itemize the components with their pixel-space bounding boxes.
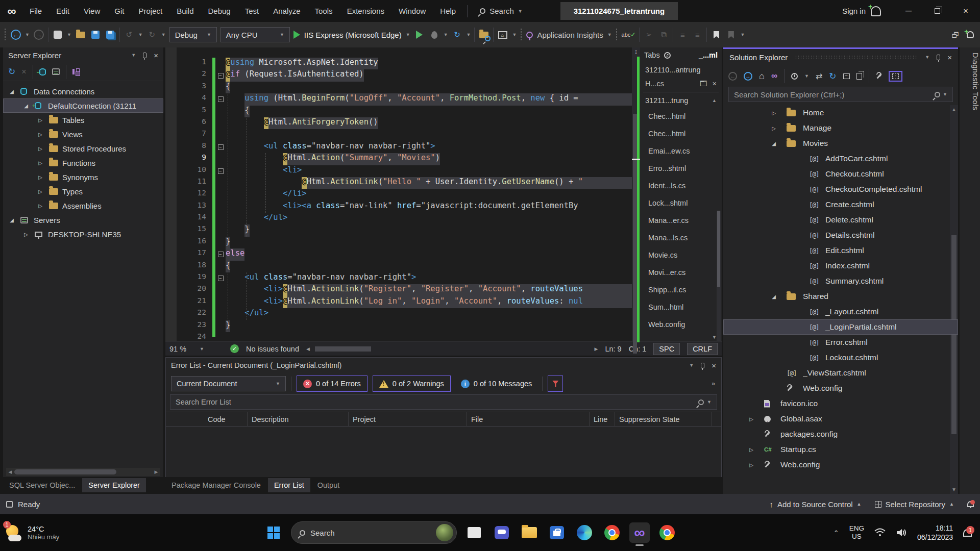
document-group[interactable]: 312110...antrung — [640, 63, 722, 77]
redo-button[interactable]: ↻ — [146, 28, 158, 41]
errors-filter-button[interactable]: × 0 of 14 Errors — [297, 375, 368, 392]
tree-item-desktop-shlne35[interactable]: ▷DESKTOP-SHLNE35 — [3, 227, 163, 241]
back-icon[interactable]: ← — [728, 72, 737, 81]
fold-collapse-icon[interactable]: − — [218, 252, 224, 257]
new-project-button[interactable] — [52, 28, 63, 41]
scroll-left-icon[interactable]: ◀ — [306, 346, 310, 352]
horizontal-scrollbar[interactable]: ◀ ▶ — [6, 468, 160, 476]
expand-icon[interactable]: ▷ — [37, 117, 44, 123]
drag-grip[interactable] — [795, 55, 918, 59]
code-line[interactable]: <li>@Html.ActionLink("Register", "Regist… — [226, 284, 632, 296]
undo-button[interactable]: ↺ — [124, 28, 135, 41]
error-list-body[interactable] — [166, 427, 721, 477]
menu-git[interactable]: Git — [108, 5, 130, 17]
menu-window[interactable]: Window — [393, 5, 432, 17]
expand-icon[interactable]: ▷ — [22, 232, 30, 237]
select-repository-button[interactable]: Select Repository ▲ — [875, 500, 954, 509]
tree-item-shared[interactable]: ◢Shared — [723, 289, 958, 304]
code-line[interactable]: { — [226, 106, 632, 117]
solution-platform-dropdown[interactable]: Any CPU▼ — [220, 27, 290, 42]
expand-icon[interactable]: ▷ — [37, 132, 44, 137]
live-share-button[interactable] — [965, 28, 976, 41]
start-button[interactable] — [263, 522, 284, 543]
preview-tab-icon[interactable]: 🗔 — [700, 80, 707, 88]
chevron-down-icon[interactable]: ▼ — [740, 32, 745, 37]
tree-item--loginpartial-cshtml[interactable]: [@]_LoginPartial.cshtml — [723, 319, 958, 335]
column-header-code[interactable]: Code — [204, 412, 248, 426]
hidden-icons-chevron[interactable]: ⌃ — [834, 529, 839, 537]
restore-button[interactable] — [923, 0, 951, 22]
document-tab-lock-shtml[interactable]: Lock...shtml — [640, 194, 722, 212]
copy-html-button[interactable]: ⧉ — [658, 28, 669, 41]
sql-hierarchy-icon[interactable] — [72, 68, 80, 76]
tool-tab-error-list[interactable]: Error List — [268, 478, 310, 492]
pin-icon[interactable] — [937, 55, 940, 60]
fold-collapse-icon[interactable]: − — [218, 96, 224, 102]
code-line[interactable]: <li>@Html.ActionLink("Log in", "Login", … — [226, 296, 632, 308]
document-tab-mana-er-cs[interactable]: Mana...er.cs — [640, 212, 722, 229]
minimize-button[interactable]: ─ — [894, 0, 923, 22]
menu-project[interactable]: Project — [132, 5, 168, 17]
open-file-button[interactable] — [75, 28, 86, 41]
tree-item-movies[interactable]: ◢Movies — [723, 136, 958, 151]
navigate-forward-button[interactable]: → — [33, 28, 44, 41]
panel-menu-icon[interactable]: ▼ — [131, 53, 136, 58]
notification-center-icon[interactable]: 1 — [963, 529, 972, 537]
tree-item-checkoutcompleted-cshtml[interactable]: [@]CheckoutCompleted.cshtml — [723, 182, 958, 197]
taskbar-search[interactable]: Search — [291, 521, 457, 544]
tree-item-servers[interactable]: ◢Servers — [3, 213, 163, 227]
fold-collapse-icon[interactable]: − — [218, 168, 224, 174]
active-document-tab[interactable]: _...ml — [699, 51, 718, 59]
notifications-bell-icon[interactable] — [967, 501, 974, 507]
tree-item-stored-procedures[interactable]: ▷Stored Procedures — [3, 141, 163, 156]
tree-item-global-asax[interactable]: ▷Global.asax — [723, 411, 958, 427]
document-tab-movie-cs[interactable]: Movie.cs — [640, 246, 722, 264]
sync-with-active-document-icon[interactable]: ⇄ — [816, 71, 822, 81]
menu-debug[interactable]: Debug — [202, 5, 237, 17]
restart-button[interactable]: ↻ — [452, 28, 463, 41]
menu-help[interactable]: Help — [434, 5, 462, 17]
eol-indicator[interactable]: CRLF — [687, 343, 718, 355]
expand-icon[interactable]: ▷ — [37, 160, 44, 166]
share-button[interactable]: 🗗 — [950, 28, 961, 41]
close-icon[interactable]: × — [947, 53, 952, 62]
close-icon[interactable]: × — [712, 361, 716, 370]
properties-icon[interactable] — [876, 72, 882, 80]
menu-file[interactable]: File — [23, 5, 48, 17]
filter-button[interactable] — [548, 375, 563, 392]
tree-item-index-cshtml[interactable]: [@]Index.cshtml — [723, 258, 958, 273]
document-tab[interactable]: H...cs 🗔 × — [640, 77, 722, 91]
menu-build[interactable]: Build — [170, 5, 200, 17]
column-header-line[interactable]: Line — [590, 412, 615, 426]
split-editor-handle[interactable]: ↕ — [631, 47, 641, 63]
messages-filter-button[interactable]: i 0 of 10 Messages — [456, 380, 537, 388]
column-header-file[interactable]: File — [467, 412, 590, 426]
chevron-down-icon[interactable]: ▼ — [467, 32, 471, 37]
document-tab-mana-ls-cs[interactable]: Mana...ls.cs — [640, 229, 722, 246]
overflow-chevron-icon[interactable]: » — [712, 380, 716, 387]
preview-selected-items-toggle[interactable]: · — [889, 71, 902, 82]
tree-item-types[interactable]: ▷Types — [3, 184, 163, 198]
tree-item-favicon-ico[interactable]: favicon.ico — [723, 396, 958, 411]
indent-mode-indicator[interactable]: SPC — [653, 343, 680, 355]
solution-search-input[interactable]: Search Solution Explorer (Ctrl+;) ▼ — [728, 87, 953, 102]
switch-views-icon[interactable]: ∞ — [771, 71, 777, 81]
tree-item-home[interactable]: ▷Home — [723, 105, 958, 120]
code-line[interactable]: <ul class="navbar-nav navbar-right"> — [226, 141, 632, 153]
error-search-input[interactable]: Search Error List ▼ — [170, 394, 717, 410]
tree-item-manage[interactable]: ▷Manage — [723, 120, 958, 136]
tree-item-packages-config[interactable]: packages.config — [723, 427, 958, 442]
tree-item-checkout-cshtml[interactable]: [@]Checkout.cshtml — [723, 166, 958, 182]
document-tab-ident-ls-cs[interactable]: Ident...ls.cs — [640, 177, 722, 194]
fold-margin[interactable]: −−−−−− — [215, 47, 226, 341]
tree-item-startup-cs[interactable]: ▷C#Startup.cs — [723, 442, 958, 457]
menu-analyze[interactable]: Analyze — [267, 5, 306, 17]
navigate-back-button[interactable]: ← — [10, 28, 21, 41]
warnings-filter-button[interactable]: 0 of 2 Warnings — [373, 375, 451, 392]
tree-item-tables[interactable]: ▷Tables — [3, 113, 163, 127]
increase-indent-button[interactable]: ≡ — [692, 28, 703, 41]
delete-connection-icon[interactable]: × — [21, 67, 26, 77]
chevron-down-icon[interactable]: ▼ — [25, 32, 30, 37]
collapse-icon[interactable]: ◢ — [770, 141, 777, 146]
tool-tab-sql-server-objec-[interactable]: SQL Server Objec... — [3, 478, 81, 492]
